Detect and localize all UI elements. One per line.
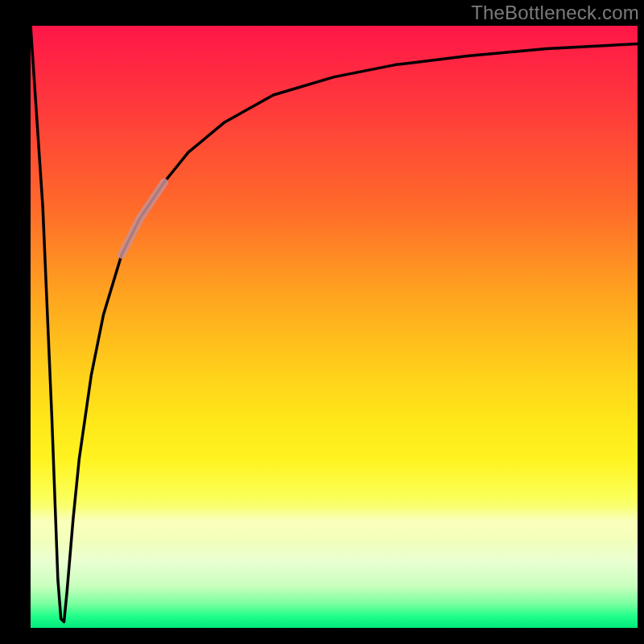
plot-gradient-background	[31, 26, 638, 628]
chart-frame: TheBottleneck.com	[0, 0, 644, 644]
watermark-text: TheBottleneck.com	[471, 2, 639, 24]
